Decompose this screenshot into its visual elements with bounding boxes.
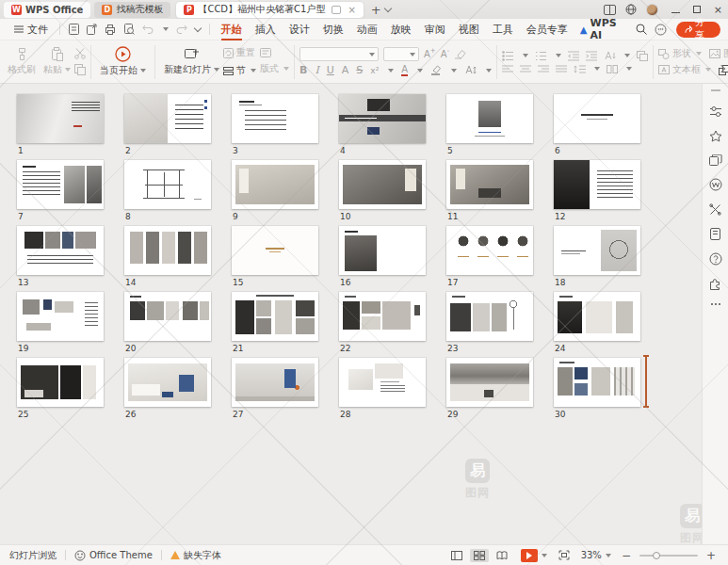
print-preview-icon[interactable]: [123, 24, 135, 35]
menu-tab-2[interactable]: 插入: [249, 19, 283, 40]
slide-sorter-view-button[interactable]: [470, 549, 489, 562]
justify-button[interactable]: [556, 65, 567, 73]
strikethrough-button[interactable]: S: [356, 64, 363, 76]
menu-tab-4[interactable]: 切换: [316, 19, 350, 40]
clear-format-icon[interactable]: [454, 49, 466, 59]
slide-sorter-area[interactable]: 1234567891011121314151617181920212223242…: [0, 84, 702, 544]
tab-current-document[interactable]: P 【CCD】福州中央铭著C1户型 ×: [176, 2, 363, 18]
slide-thumbnail-23[interactable]: [446, 292, 533, 341]
fit-slide-icon[interactable]: [555, 548, 574, 562]
slide-thumbnail-11[interactable]: [446, 160, 533, 209]
paste-button[interactable]: 粘贴: [40, 45, 74, 78]
zoom-in-button[interactable]: +: [704, 549, 719, 562]
minimize-button[interactable]: [671, 5, 680, 15]
avatar[interactable]: [646, 4, 658, 16]
slide-thumbnail-26[interactable]: [124, 358, 211, 407]
slide-thumbnail-20[interactable]: [124, 292, 211, 341]
file-menu[interactable]: 文件: [8, 19, 55, 40]
reading-view-button[interactable]: [493, 549, 511, 562]
properties-panel-icon[interactable]: [709, 105, 722, 118]
align-left-button[interactable]: [502, 65, 513, 73]
save-icon[interactable]: [69, 24, 79, 35]
slide-thumbnail-4[interactable]: [339, 94, 426, 143]
menu-tab-6[interactable]: 放映: [384, 19, 418, 40]
undo-icon[interactable]: [142, 24, 154, 34]
close-window-button[interactable]: ×: [714, 5, 722, 15]
favorites-star-icon[interactable]: [709, 130, 722, 142]
new-tab-button[interactable]: +: [371, 3, 381, 17]
slide-thumbnail-18[interactable]: [554, 226, 640, 275]
line-spacing-button[interactable]: [574, 65, 586, 73]
copy-button[interactable]: [74, 64, 86, 75]
font-name-select[interactable]: [299, 47, 379, 61]
align-right-button[interactable]: [538, 65, 549, 73]
bold-button[interactable]: B: [299, 64, 307, 76]
zoom-out-button[interactable]: −: [619, 549, 634, 562]
redo-icon[interactable]: [176, 24, 187, 34]
zoom-slider[interactable]: [639, 555, 698, 557]
increase-indent-button[interactable]: [586, 51, 597, 61]
feedback-icon[interactable]: [655, 24, 667, 36]
ribbon-expand-button[interactable]: [719, 57, 724, 75]
menu-tab-3[interactable]: 设计: [283, 19, 316, 40]
slide-thumbnail-30[interactable]: [554, 358, 640, 407]
font-size-select[interactable]: [383, 47, 419, 61]
help-icon[interactable]: [709, 252, 722, 266]
theme-indicator[interactable]: Office Theme: [74, 550, 153, 561]
split-view-icon[interactable]: [604, 5, 616, 15]
share-button[interactable]: 分享: [676, 22, 720, 38]
numbering-button[interactable]: [535, 51, 547, 61]
section-button[interactable]: 节: [223, 64, 256, 77]
tab-list-dropdown-icon[interactable]: [383, 4, 391, 11]
menu-tab-7[interactable]: 审阅: [418, 19, 452, 40]
layout-button[interactable]: 版式: [260, 62, 289, 75]
search-icon[interactable]: [636, 24, 647, 35]
font-color-button[interactable]: A: [401, 64, 408, 76]
slide-thumbnail-5[interactable]: [446, 94, 533, 143]
slide-thumbnail-14[interactable]: [124, 226, 211, 275]
slide-thumbnail-7[interactable]: [17, 160, 104, 209]
textbox-button[interactable]: 文本框: [658, 63, 711, 76]
slide-thumbnail-25[interactable]: [17, 358, 104, 407]
increase-font-button[interactable]: A+: [424, 49, 436, 59]
text-direction-button[interactable]: [604, 51, 616, 61]
slide-thumbnail-22[interactable]: [339, 292, 426, 341]
zoom-slider-knob[interactable]: [653, 552, 660, 559]
slide-thumbnail-19[interactable]: [17, 292, 104, 341]
print-icon[interactable]: [105, 24, 116, 35]
notes-icon[interactable]: [709, 228, 721, 240]
plugins-icon[interactable]: [709, 278, 721, 290]
format-painter-button[interactable]: 格式刷: [4, 45, 40, 78]
slide-thumbnail-15[interactable]: [232, 226, 318, 275]
tools-icon[interactable]: [709, 203, 721, 216]
bullets-button[interactable]: [502, 51, 514, 61]
slide-thumbnail-17[interactable]: [446, 226, 533, 275]
slide-thumbnail-2[interactable]: [124, 94, 211, 143]
export-icon[interactable]: [87, 24, 97, 35]
zoom-dropdown[interactable]: [606, 554, 611, 557]
slide-thumbnail-24[interactable]: [554, 292, 640, 341]
undo-dropdown-icon[interactable]: [163, 27, 169, 31]
slideshow-options-dropdown[interactable]: [542, 554, 547, 557]
reset-button[interactable]: 重置: [223, 46, 256, 59]
align-center-button[interactable]: [520, 65, 531, 73]
tab-docer-template[interactable]: D 找稿壳模板: [94, 2, 170, 18]
slide-thumbnail-6[interactable]: [554, 94, 640, 143]
slide-thumbnail-8[interactable]: [124, 160, 211, 209]
maximize-button[interactable]: [693, 5, 701, 15]
selection-pane-button[interactable]: [637, 51, 648, 61]
wps-home-tab[interactable]: W WPS Office: [4, 2, 90, 18]
text-shadow-button[interactable]: A: [342, 64, 349, 76]
slide-thumbnail-27[interactable]: [232, 358, 318, 407]
menu-tab-5[interactable]: 动画: [350, 19, 384, 40]
decrease-font-button[interactable]: A-: [441, 49, 449, 59]
underline-button[interactable]: U: [327, 64, 334, 76]
more-tools-icon[interactable]: [710, 302, 721, 306]
normal-view-button[interactable]: [447, 549, 466, 562]
new-slide-button[interactable]: 新建幻灯片: [160, 45, 223, 78]
quickbar-more-icon[interactable]: [194, 24, 202, 31]
menu-tab-8[interactable]: 视图: [452, 19, 486, 40]
slide-thumbnail-9[interactable]: [232, 160, 318, 209]
menu-tab-9[interactable]: 工具: [486, 19, 520, 40]
slide-from-outline-button[interactable]: [260, 48, 289, 57]
